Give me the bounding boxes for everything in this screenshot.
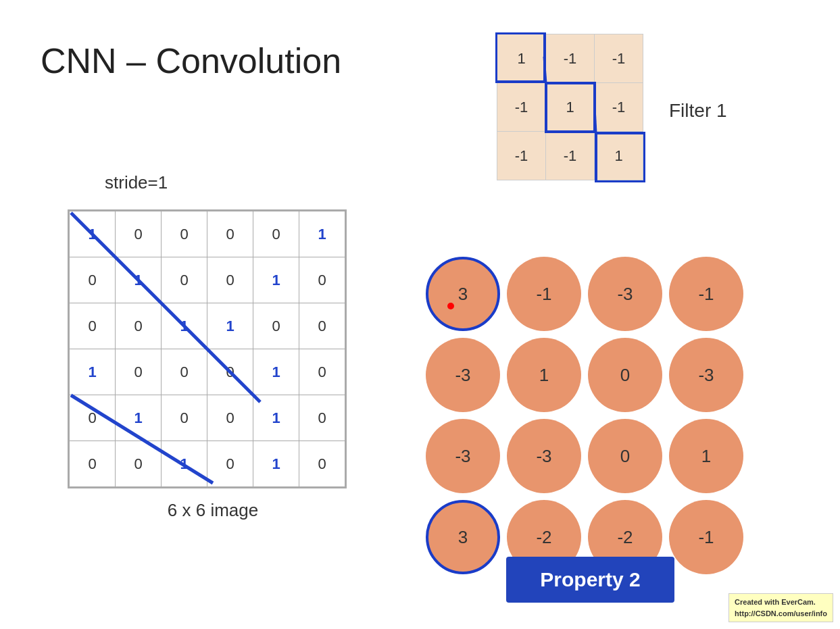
image-cell-5-5: 0 bbox=[299, 441, 345, 487]
filter-cell-0-2: -1 bbox=[595, 34, 643, 83]
filter-cell-2-0: -1 bbox=[497, 132, 546, 180]
property-2-button[interactable]: Property 2 bbox=[506, 557, 674, 603]
output-circle-1-1: 1 bbox=[507, 338, 581, 412]
image-cell-2-3: 1 bbox=[207, 303, 253, 349]
image-cell-1-2: 0 bbox=[162, 257, 207, 303]
image-cell-3-3: 0 bbox=[207, 349, 253, 395]
output-row-0: 3-1-3-1 bbox=[426, 257, 743, 331]
image-cell-1-4: 1 bbox=[253, 257, 299, 303]
image-cell-2-4: 0 bbox=[253, 303, 299, 349]
image-cell-4-4: 1 bbox=[253, 395, 299, 441]
evercam-watermark: Created with EverCam. http://CSDN.com/us… bbox=[728, 593, 833, 622]
output-circle-1-2: 0 bbox=[588, 338, 662, 412]
filter-cell-1-1: 1 bbox=[546, 83, 595, 132]
evercam-line1: Created with EverCam. bbox=[735, 598, 816, 606]
image-cell-4-0: 0 bbox=[70, 395, 116, 441]
output-circle-2-2: 0 bbox=[588, 419, 662, 493]
image-cell-0-4: 0 bbox=[253, 211, 299, 257]
image-cell-3-5: 0 bbox=[299, 349, 345, 395]
filter-cell-1-0: -1 bbox=[497, 83, 546, 132]
filter-cell-2-2: 1 bbox=[595, 132, 643, 180]
output-row-2: -3-301 bbox=[426, 419, 743, 493]
output-circle-0-2: -3 bbox=[588, 257, 662, 331]
image-cell-3-0: 1 bbox=[70, 349, 116, 395]
image-cell-4-3: 0 bbox=[207, 395, 253, 441]
output-circle-1-3: -3 bbox=[669, 338, 743, 412]
output-circle-2-1: -3 bbox=[507, 419, 581, 493]
image-cell-4-1: 1 bbox=[116, 395, 162, 441]
evercam-line2: http://CSDN.com/user/info bbox=[735, 609, 827, 618]
image-cell-2-2: 1 bbox=[162, 303, 207, 349]
output-grid: 3-1-3-1-310-3-3-3013-2-2-1 bbox=[426, 257, 743, 581]
image-label: 6 x 6 image bbox=[135, 500, 291, 521]
image-cell-4-5: 0 bbox=[299, 395, 345, 441]
image-cell-3-4: 1 bbox=[253, 349, 299, 395]
image-cell-3-1: 0 bbox=[116, 349, 162, 395]
image-cell-2-0: 0 bbox=[70, 303, 116, 349]
image-cell-1-1: 1 bbox=[116, 257, 162, 303]
image-cell-2-1: 0 bbox=[116, 303, 162, 349]
red-dot-indicator bbox=[447, 303, 454, 309]
image-cell-1-3: 0 bbox=[207, 257, 253, 303]
image-cell-0-2: 0 bbox=[162, 211, 207, 257]
image-cell-5-4: 1 bbox=[253, 441, 299, 487]
image-cell-0-1: 0 bbox=[116, 211, 162, 257]
output-circle-0-0: 3 bbox=[426, 257, 500, 331]
image-cell-5-2: 1 bbox=[162, 441, 207, 487]
image-cell-4-2: 0 bbox=[162, 395, 207, 441]
page-title: CNN – Convolution bbox=[41, 41, 341, 81]
filter-cell-2-1: -1 bbox=[546, 132, 595, 180]
output-circle-0-3: -1 bbox=[669, 257, 743, 331]
image-cell-0-5: 1 bbox=[299, 211, 345, 257]
filter-cell-0-1: -1 bbox=[546, 34, 595, 83]
image-cell-5-0: 0 bbox=[70, 441, 116, 487]
filter-label: Filter 1 bbox=[669, 100, 727, 122]
image-cell-1-5: 0 bbox=[299, 257, 345, 303]
image-cell-0-0: 1 bbox=[70, 211, 116, 257]
filter-cell-0-0: 1 bbox=[497, 34, 546, 83]
image-cell-3-2: 0 bbox=[162, 349, 207, 395]
image-cell-5-1: 0 bbox=[116, 441, 162, 487]
output-circle-3-3: -1 bbox=[669, 500, 743, 574]
output-circle-2-0: -3 bbox=[426, 419, 500, 493]
filter-cell-1-2: -1 bbox=[595, 83, 643, 132]
output-circle-1-0: -3 bbox=[426, 338, 500, 412]
output-circle-3-0: 3 bbox=[426, 500, 500, 574]
output-row-1: -310-3 bbox=[426, 338, 743, 412]
output-circle-2-3: 1 bbox=[669, 419, 743, 493]
stride-label: stride=1 bbox=[105, 172, 168, 193]
output-circle-0-1: -1 bbox=[507, 257, 581, 331]
image-cell-0-3: 0 bbox=[207, 211, 253, 257]
filter-grid: 1-1-1-11-1-1-11 bbox=[497, 34, 643, 180]
image-cell-1-0: 0 bbox=[70, 257, 116, 303]
image-cell-2-5: 0 bbox=[299, 303, 345, 349]
image-cell-5-3: 0 bbox=[207, 441, 253, 487]
image-grid: 100001010010001100100010010010001010 bbox=[68, 209, 347, 488]
